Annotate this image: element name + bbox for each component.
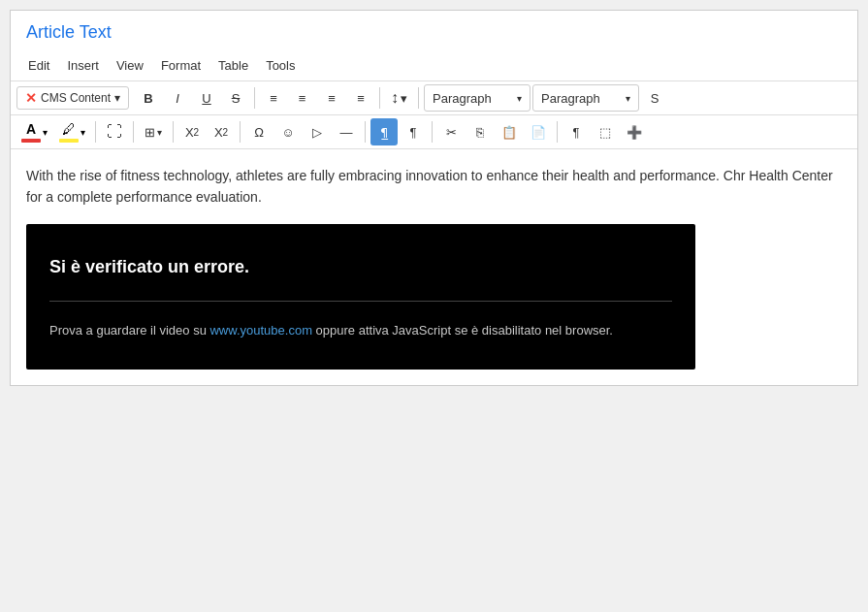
cms-content-button[interactable]: ✕ CMS Content ▾ xyxy=(16,86,129,110)
separator-6 xyxy=(173,121,174,143)
bg-color-button[interactable]: 🖊 ▾ xyxy=(54,118,90,145)
toolbar-row-1: ✕ CMS Content ▾ B I U S ≡ ≡ ≡ ≡ ↕ ▾ Para… xyxy=(11,81,857,115)
menu-item-edit[interactable]: Edit xyxy=(20,54,57,77)
separator-8 xyxy=(365,121,366,143)
editor-content[interactable]: With the rise of fitness technology, ath… xyxy=(11,149,857,385)
menu-item-insert[interactable]: Insert xyxy=(59,54,107,77)
justify-button[interactable]: ≡ xyxy=(347,84,374,112)
align-center-button[interactable]: ≡ xyxy=(289,84,316,112)
table-icon: ⊞ xyxy=(145,125,155,140)
error-detail-suffix: oppure attiva JavaScript se è disabilita… xyxy=(312,323,613,338)
text-color-arrow: ▾ xyxy=(43,127,48,138)
line-height-button[interactable]: ↕ ▾ xyxy=(385,84,413,112)
selection-button[interactable]: ⬚ xyxy=(592,118,619,145)
strikethrough-button[interactable]: S xyxy=(222,84,249,112)
subscript-button[interactable]: X2 xyxy=(178,118,206,145)
italic-button[interactable]: I xyxy=(164,84,191,112)
bg-color-indicator xyxy=(59,139,79,143)
media-button[interactable]: ▷ xyxy=(304,118,331,145)
menu-item-format[interactable]: Format xyxy=(153,54,209,77)
cms-content-arrow: ▾ xyxy=(114,91,120,105)
article-text: With the rise of fitness technology, ath… xyxy=(26,165,842,209)
menu-bar: Edit Insert View Format Table Tools xyxy=(11,50,857,81)
superscript-button[interactable]: X2 xyxy=(208,118,235,145)
video-error-block: Si è verificato un errore. Prova a guard… xyxy=(26,224,695,370)
paste-special-button[interactable]: 📄 xyxy=(525,118,552,145)
bg-color-arrow: ▾ xyxy=(80,127,85,138)
dropdown-arrow-1: ▾ xyxy=(517,93,522,104)
pilcrow-button[interactable]: ¶ xyxy=(400,118,427,145)
text-color-label: A xyxy=(26,121,36,137)
paragraph-label-2: Paragraph xyxy=(541,91,600,106)
extra-button[interactable]: S xyxy=(641,84,668,112)
separator-2 xyxy=(379,87,380,109)
editor-wrapper: Article Text Edit Insert View Format Tab… xyxy=(10,10,858,386)
cut-button[interactable]: ✂ xyxy=(437,118,465,145)
menu-item-view[interactable]: View xyxy=(109,54,151,77)
line-height-arrow: ▾ xyxy=(401,91,407,106)
toolbar-row-2: A ▾ 🖊 ▾ ⛶ ⊞ ▾ X2 X2 Ω xyxy=(11,115,857,149)
separator-9 xyxy=(432,121,433,143)
selected-format-button[interactable]: ¶̲ xyxy=(370,118,398,145)
separator-4 xyxy=(95,121,96,143)
joomla-icon: ✕ xyxy=(25,90,37,106)
hr-button[interactable]: — xyxy=(333,118,360,145)
text-color-button[interactable]: A ▾ xyxy=(16,118,52,145)
separator-7 xyxy=(240,121,241,143)
error-detail: Prova a guardare il video su www.youtube… xyxy=(49,321,672,341)
table-button[interactable]: ⊞ ▾ xyxy=(139,118,168,145)
underline-button[interactable]: U xyxy=(193,84,220,112)
cms-content-label: CMS Content xyxy=(41,91,111,105)
align-left-button[interactable]: ≡ xyxy=(260,84,287,112)
special-char-button[interactable]: Ω xyxy=(245,118,273,145)
dropdown-arrow-2: ▾ xyxy=(626,93,630,104)
youtube-link[interactable]: www.youtube.com xyxy=(209,323,312,338)
paragraph-dropdown-1[interactable]: Paragraph ▾ xyxy=(424,84,530,112)
more-button[interactable]: ➕ xyxy=(621,118,648,145)
emoji-button[interactable]: ☺ xyxy=(274,118,302,145)
bold-button[interactable]: B xyxy=(135,84,162,112)
copy-button[interactable]: ⎘ xyxy=(466,118,494,145)
error-title: Si è verificato un errore. xyxy=(49,253,672,302)
align-right-button[interactable]: ≡ xyxy=(318,84,345,112)
paragraph-dropdown-2[interactable]: Paragraph ▾ xyxy=(532,84,639,112)
menu-item-table[interactable]: Table xyxy=(210,54,256,77)
paste-button[interactable]: 📋 xyxy=(496,118,523,145)
menu-item-tools[interactable]: Tools xyxy=(258,54,303,77)
show-blocks-button[interactable]: ¶ xyxy=(563,118,590,145)
error-detail-prefix: Prova a guardare il video su xyxy=(49,323,209,338)
table-arrow: ▾ xyxy=(157,127,162,138)
separator-1 xyxy=(254,87,255,109)
separator-3 xyxy=(418,87,419,109)
text-color-indicator xyxy=(21,139,41,143)
separator-5 xyxy=(133,121,134,143)
page-title: Article Text xyxy=(11,11,857,50)
bg-color-label: 🖊 xyxy=(62,121,76,137)
paragraph-label-1: Paragraph xyxy=(433,91,492,106)
line-height-icon: ↕ xyxy=(391,89,399,107)
fullscreen-button[interactable]: ⛶ xyxy=(101,118,128,145)
separator-10 xyxy=(557,121,558,143)
